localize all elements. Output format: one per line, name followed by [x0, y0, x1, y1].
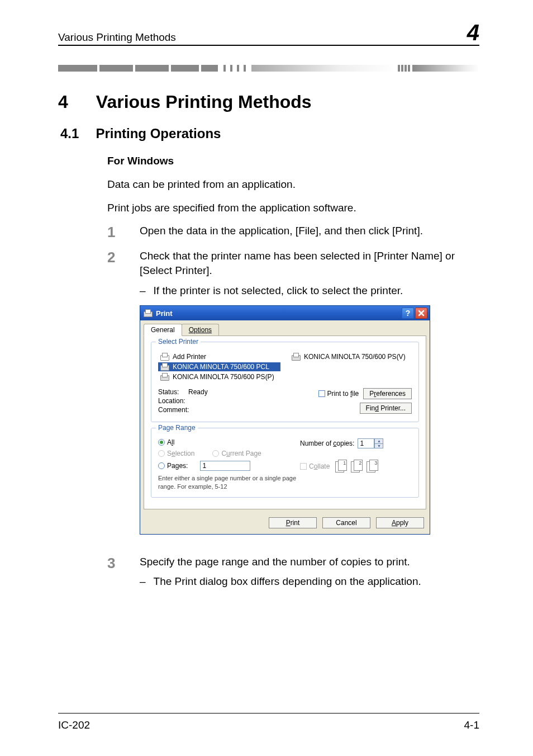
- spin-up-icon[interactable]: ▲: [374, 438, 383, 443]
- tab-options[interactable]: Options: [182, 324, 219, 336]
- cancel-button[interactable]: Cancel: [322, 517, 370, 528]
- status-value: Ready: [188, 388, 208, 396]
- subheading: For Windows: [58, 155, 479, 167]
- find-printer-button[interactable]: Find Printer...: [360, 403, 412, 414]
- dialog-buttons: Print Cancel Apply: [140, 513, 430, 534]
- radio-icon: [158, 450, 165, 457]
- step-3-sub-text: The Print dialog box differs depending o…: [154, 574, 421, 589]
- step-2-number: 2: [107, 249, 123, 266]
- step-2-sub: – If the printer is not selected, click …: [140, 284, 479, 298]
- page-footer: IC-202 4-1: [58, 719, 479, 731]
- radio-all[interactable]: All: [158, 438, 300, 446]
- copies-input[interactable]: [358, 438, 374, 448]
- collate-checkbox: Collate: [300, 462, 330, 470]
- print-dialog: Print ? General Options Select Printer: [140, 305, 430, 535]
- radio-selection: Selection: [158, 450, 194, 457]
- step-3-text: Specify the page range and the number of…: [140, 555, 479, 569]
- section-number: 4.1: [60, 126, 79, 141]
- step-3-sub: – The Print dialog box differs depending…: [140, 574, 479, 589]
- footer-right: 4-1: [464, 719, 479, 731]
- step-1: 1 Open the data in the application, [Fil…: [107, 224, 479, 241]
- section-title: 4.1 Printing Operations: [58, 126, 479, 141]
- group-page-range: Page Range All Selection: [151, 428, 419, 498]
- group-select-printer-legend: Select Printer: [156, 338, 201, 346]
- step-3-number: 3: [107, 555, 123, 572]
- printer-icon: [160, 373, 169, 381]
- printer-status-block: Status: Ready Location: Comment:: [158, 388, 208, 415]
- printer-item-psp-label: KONICA MINOLTA 750/600 PS(P): [173, 373, 274, 381]
- printer-icon: [160, 363, 169, 371]
- chapter-number: 4: [58, 92, 68, 112]
- running-head: Various Printing Methods 4: [58, 21, 479, 46]
- group-select-printer: Select Printer Add Printer KONICA MINOLT…: [151, 342, 419, 422]
- step-2-sub-text: If the printer is not selected, click to…: [154, 284, 403, 298]
- print-to-file-checkbox[interactable]: Print to file: [318, 390, 359, 398]
- checkbox-icon: [300, 463, 307, 470]
- dialog-titlebar[interactable]: Print ?: [140, 306, 430, 320]
- pages-hint: Enter either a single page number or a s…: [158, 474, 300, 490]
- location-label: Location:: [158, 397, 208, 405]
- comment-label: Comment:: [158, 406, 208, 414]
- running-head-number: 4: [467, 21, 479, 44]
- close-icon: [418, 310, 425, 316]
- dash: –: [140, 284, 146, 298]
- dash: –: [140, 574, 146, 589]
- printer-list[interactable]: Add Printer KONICA MINOLTA 750/600 PS(V)…: [158, 352, 412, 381]
- group-page-range-legend: Page Range: [156, 424, 198, 432]
- printer-item-add[interactable]: Add Printer: [158, 352, 280, 361]
- add-printer-icon: [160, 353, 169, 361]
- spin-down-icon[interactable]: ▼: [374, 443, 383, 449]
- close-button[interactable]: [415, 308, 427, 319]
- footer-left: IC-202: [58, 719, 90, 731]
- paragraph-1: Data can be printed from an application.: [58, 177, 479, 192]
- printer-item-pcl[interactable]: KONICA MINOLTA 750/600 PCL: [158, 362, 280, 371]
- step-3: 3 Specify the page range and the number …: [107, 555, 479, 589]
- radio-current-page: Current Page: [212, 450, 261, 457]
- tab-general-label: General: [151, 326, 175, 334]
- printer-icon: [144, 309, 153, 317]
- help-button[interactable]: ?: [402, 308, 414, 319]
- radio-icon: [158, 439, 165, 446]
- tab-general[interactable]: General: [144, 324, 182, 336]
- status-label: Status:: [158, 388, 179, 396]
- printer-item-psv-label: KONICA MINOLTA 750/600 PS(V): [304, 353, 406, 361]
- print-button[interactable]: Print: [269, 517, 317, 528]
- tab-options-label: Options: [189, 326, 212, 334]
- collate-graphic: 11 22 33: [335, 460, 379, 473]
- dialog-title: Print: [156, 309, 173, 318]
- pages-input[interactable]: [200, 461, 250, 471]
- printer-item-psv[interactable]: KONICA MINOLTA 750/600 PS(V): [289, 352, 412, 361]
- tabpanel-general: Select Printer Add Printer KONICA MINOLT…: [144, 336, 426, 509]
- checkbox-icon: [318, 390, 325, 397]
- chapter-text: Various Printing Methods: [96, 92, 312, 112]
- footer-rule: [58, 713, 479, 714]
- preferences-button[interactable]: Preferences: [363, 388, 412, 399]
- step-2-text: Check that the printer name has been sel…: [140, 249, 479, 277]
- printer-item-add-label: Add Printer: [173, 353, 206, 361]
- section-text: Printing Operations: [96, 126, 221, 141]
- apply-button[interactable]: Apply: [376, 517, 424, 528]
- running-head-text: Various Printing Methods: [58, 31, 176, 44]
- radio-pages[interactable]: Pages:: [158, 461, 300, 471]
- dialog-tabs: General Options: [140, 320, 430, 336]
- printer-item-pcl-label: KONICA MINOLTA 750/600 PCL: [173, 363, 269, 371]
- step-1-number: 1: [107, 224, 123, 241]
- copies-spinner[interactable]: ▲ ▼: [374, 438, 383, 448]
- radio-icon: [158, 462, 165, 469]
- radio-icon: [212, 450, 219, 457]
- step-2: 2 Check that the printer name has been s…: [107, 249, 479, 297]
- step-1-text: Open the data in the application, [File]…: [140, 224, 479, 238]
- decorative-bar: [58, 65, 479, 76]
- printer-icon: [292, 353, 301, 361]
- printer-item-psp[interactable]: KONICA MINOLTA 750/600 PS(P): [158, 372, 280, 381]
- chapter-title: 4 Various Printing Methods: [58, 92, 479, 112]
- paragraph-2: Print jobs are specified from the applic…: [58, 201, 479, 215]
